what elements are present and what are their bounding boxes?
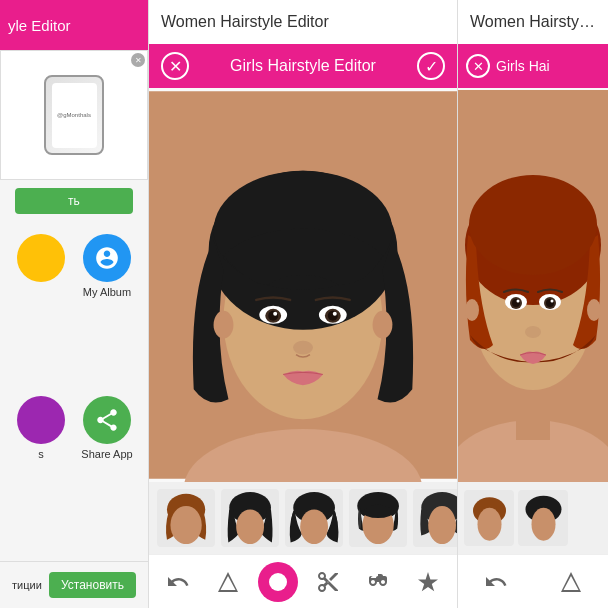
middle-check-button[interactable]: ✓ xyxy=(417,52,445,80)
share-circle-icon xyxy=(83,396,131,444)
hair-thumb-3[interactable] xyxy=(285,489,343,547)
yellow-circle-icon xyxy=(17,234,65,282)
middle-pink-subheader: ✕ Girls Hairstyle Editor ✓ xyxy=(149,44,457,88)
album-circle-icon xyxy=(83,234,131,282)
bottom-install-bar: тиции Установить xyxy=(0,561,148,608)
svg-point-18 xyxy=(170,506,201,544)
svg-point-16 xyxy=(373,311,393,339)
middle-app-header: Women Hairstyle Editor xyxy=(149,0,457,44)
svg-point-15 xyxy=(214,311,234,339)
svg-point-20 xyxy=(236,509,264,544)
icon-item-share[interactable]: Share App xyxy=(78,396,136,550)
scissors-button[interactable] xyxy=(308,562,348,602)
album-icon-label: My Album xyxy=(83,286,131,298)
hair-thumb-1[interactable] xyxy=(157,489,215,547)
icon-item-album[interactable]: My Album xyxy=(78,234,136,388)
svg-point-43 xyxy=(551,300,554,303)
middle-sub-title: Girls Hairstyle Editor xyxy=(189,57,417,75)
middle-close-button[interactable]: ✕ xyxy=(161,52,189,80)
face-svg xyxy=(149,88,457,482)
svg-point-29 xyxy=(269,573,287,591)
right-panel: Women Hairstyle Ec ✕ Girls Hai xyxy=(458,0,608,608)
undo-button[interactable] xyxy=(158,562,198,602)
svg-point-8 xyxy=(268,311,278,321)
purple-circle-icon xyxy=(17,396,65,444)
hair-color-button[interactable] xyxy=(258,562,298,602)
adjust-button[interactable] xyxy=(208,562,248,602)
icons-grid: My Album s Share App xyxy=(0,222,148,561)
left-header-title: yle Editor xyxy=(8,17,71,34)
right-face-svg xyxy=(458,88,608,482)
right-hair-thumb-1[interactable] xyxy=(464,490,514,546)
middle-face-area xyxy=(149,88,457,482)
right-adjust-button[interactable] xyxy=(551,562,591,602)
bottom-tools-bar xyxy=(149,554,457,608)
svg-point-26 xyxy=(428,506,456,544)
share-icon-label: Share App xyxy=(81,448,132,460)
purple-icon-label: s xyxy=(38,448,44,460)
cyr-button[interactable]: ть xyxy=(15,188,133,214)
hair-thumb-2[interactable] xyxy=(221,489,279,547)
icon-item-purple[interactable]: s xyxy=(12,396,70,550)
svg-point-44 xyxy=(525,326,541,338)
icon-item-yellow[interactable] xyxy=(12,234,70,388)
hairstyle-options-bar xyxy=(149,482,457,554)
right-undo-button[interactable] xyxy=(476,562,516,602)
right-hairstyle-options xyxy=(458,482,608,554)
right-face-area xyxy=(458,88,608,482)
svg-point-9 xyxy=(273,312,277,316)
middle-panel: Women Hairstyle Editor ✕ Girls Hairstyle… xyxy=(148,0,458,608)
hair-thumb-4[interactable] xyxy=(349,489,407,547)
ad-phone-image: @gMonthals xyxy=(44,75,104,155)
left-header: yle Editor xyxy=(0,0,148,50)
glasses-button[interactable] xyxy=(358,562,398,602)
svg-point-50 xyxy=(531,507,555,540)
left-panel: yle Editor ✕ @gMonthals ть My Album xyxy=(0,0,148,608)
svg-point-12 xyxy=(328,311,338,321)
right-sub-title: Girls Hai xyxy=(496,58,550,74)
sparkle-button[interactable] xyxy=(408,562,448,602)
svg-point-13 xyxy=(333,312,337,316)
svg-point-39 xyxy=(517,300,520,303)
ad-close-button[interactable]: ✕ xyxy=(131,53,145,67)
right-close-button[interactable]: ✕ xyxy=(466,54,490,78)
ad-phone-text: @gMonthals xyxy=(57,112,91,118)
svg-point-46 xyxy=(587,299,601,321)
ad-phone-screen: @gMonthals xyxy=(52,83,97,148)
hair-thumb-5[interactable] xyxy=(413,489,457,547)
svg-point-14 xyxy=(293,341,313,355)
svg-point-35 xyxy=(469,175,597,275)
svg-point-45 xyxy=(465,299,479,321)
middle-app-title: Women Hairstyle Editor xyxy=(161,13,329,31)
right-bottom-tools xyxy=(458,554,608,608)
right-app-title: Women Hairstyle Ec xyxy=(470,13,596,31)
install-button[interactable]: Установить xyxy=(49,572,136,598)
svg-point-22 xyxy=(300,509,328,544)
right-pink-subheader: ✕ Girls Hai xyxy=(458,44,608,88)
ad-banner: ✕ @gMonthals xyxy=(0,50,148,180)
svg-point-48 xyxy=(477,507,501,540)
right-app-header: Women Hairstyle Ec xyxy=(458,0,608,44)
right-hair-thumb-2[interactable] xyxy=(518,490,568,546)
install-text: тиции xyxy=(12,579,42,591)
